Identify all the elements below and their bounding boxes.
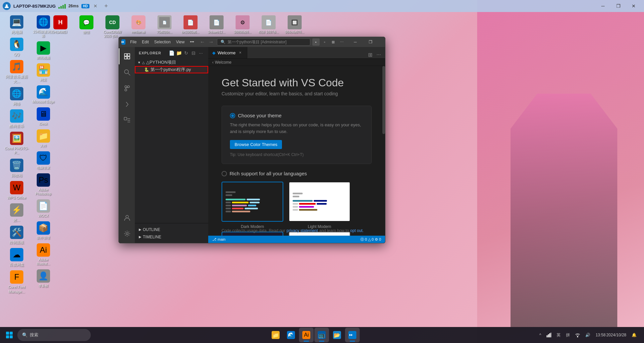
desktop-icon-thispc[interactable]: 💻 此电脑 <box>3 14 30 36</box>
desktop-icon-file1[interactable]: 📄 75d028c... <box>152 14 177 40</box>
activity-search[interactable] <box>119 64 135 80</box>
minimize-btn[interactable]: ─ <box>595 0 611 12</box>
desktop-icon-corelfonts[interactable]: F Corel Font Manage... <box>3 269 30 295</box>
desktop-icon-softmgr[interactable]: 📦 软件管理 <box>30 220 57 241</box>
layout-btn-3[interactable]: ⊞ <box>330 38 337 46</box>
menu-selection[interactable]: Selection <box>151 39 173 45</box>
desktop-icon-iqiyi[interactable]: ▶ 腾讯视频 <box>30 40 57 61</box>
status-git[interactable]: ⎇ main <box>211 237 227 242</box>
desktop-icon-ideskwork[interactable]: 🖥 iDesk <box>30 106 57 127</box>
desktop-icon-file5[interactable]: 📄 f018 1697di... <box>257 14 281 40</box>
browse-color-themes-btn[interactable]: Browse Color Themes <box>230 140 282 149</box>
desktop-icon-recycle[interactable]: 🗑️ 回收站 <box>3 157 30 179</box>
desktop-icon-photoshop[interactable]: Ps Adobe Photoshop <box>30 172 57 197</box>
taskbar-search[interactable]: 🔍 搜索 <box>17 329 91 341</box>
file-python-main[interactable]: 🐍 第一个python程序.py <box>135 66 208 73</box>
desktop-icon-file4[interactable]: ⚙ 38898a2fi... <box>231 14 255 40</box>
menu-view[interactable]: View <box>173 39 187 45</box>
desktop-icon-corelphoto[interactable]: 🖼️ Corel PHOTO-P... <box>3 130 30 156</box>
tray-clock[interactable]: 13:58 2024/10/28 <box>594 331 628 339</box>
activity-explorer[interactable] <box>119 48 135 64</box>
start-button[interactable] <box>3 328 16 342</box>
desktop-icon-store[interactable]: 🏪 网店 <box>30 62 57 83</box>
refresh-btn[interactable]: ↻ <box>183 50 190 56</box>
activity-debug[interactable] <box>119 96 135 112</box>
folder-python[interactable]: ▼ △ △PYTHON项目 <box>135 59 208 66</box>
desktop-icon-controlpanel[interactable]: 🛠️ 控制面板 <box>3 224 30 246</box>
layout-btn-1[interactable]: ▪ <box>312 38 320 46</box>
new-file-btn[interactable]: 📄 <box>168 50 175 56</box>
layout-btn-4[interactable]: ⋯ <box>338 38 346 46</box>
menu-edit[interactable]: Edit <box>139 39 151 45</box>
desktop-icon-kugou[interactable]: 🎶 酷狗音乐 <box>3 108 30 130</box>
tab-close-btn[interactable]: ✕ <box>92 3 99 9</box>
file1-icon: 📄 <box>157 15 172 29</box>
tray-signal[interactable] <box>545 331 553 339</box>
tray-lang2[interactable]: 拼 <box>564 331 572 339</box>
desktop-icon-file3[interactable]: 📄 3cbaeb12... <box>205 14 229 40</box>
collapse-btn[interactable]: ⊟ <box>190 50 197 56</box>
desktop-icon-person[interactable]: 👤 李新帧 <box>30 268 57 289</box>
privacy-link[interactable]: privacy statement <box>287 228 318 233</box>
tray-lang1[interactable]: 英 <box>555 331 563 339</box>
tray-wifi[interactable] <box>573 331 582 339</box>
desktop-icon-adobeillustrator[interactable]: Ai Adobe Illustrat... <box>30 242 57 267</box>
opt-out-link[interactable]: opt out. <box>350 228 364 233</box>
dark-modern-preview[interactable]: Dark Modern <box>222 182 283 229</box>
desktop-icon-network[interactable]: 🌐 网络 <box>3 86 30 107</box>
taskbar-teamviewer[interactable]: 📺 <box>314 328 329 342</box>
taskbar-file-explorer[interactable]: 📁 <box>268 328 283 342</box>
svg-point-7 <box>125 89 127 91</box>
desktop-icon-doc[interactable]: 📄 WOCX <box>30 198 57 219</box>
new-tab-btn[interactable]: + <box>103 3 109 9</box>
vscode-restore[interactable]: ❐ <box>363 37 378 47</box>
desktop-icon-effect[interactable]: ⚡ 效... <box>3 202 30 224</box>
restore-btn[interactable]: ❐ <box>611 0 626 12</box>
close-btn[interactable]: ✕ <box>626 0 641 12</box>
desktop-icon-largefiles[interactable]: 📁 大件 <box>30 128 57 149</box>
taskbar-files[interactable]: 📂 <box>330 328 344 342</box>
nav-fwd-btn[interactable]: → <box>208 38 215 46</box>
split-editor-btn[interactable]: ⊞ <box>366 51 374 58</box>
menu-more[interactable]: ••• <box>187 39 197 45</box>
activity-account[interactable] <box>119 210 135 226</box>
nav-back-btn[interactable]: ← <box>199 38 206 46</box>
desktop-icon-file6[interactable]: 🔲 984c4a97fi... <box>283 14 307 40</box>
tab-welcome[interactable]: ◆ Welcome × <box>208 47 247 58</box>
taskbar-vscode[interactable] <box>345 328 360 342</box>
taskbar-edge[interactable]: 🌊 <box>284 328 298 342</box>
tab-more-btn[interactable]: ··· <box>375 51 382 58</box>
taskbar-illustrator[interactable]: Ai <box>299 328 314 342</box>
light-modern-preview[interactable]: Light Modern <box>289 182 350 229</box>
status-errors[interactable]: ⓪ 0 △ 0 ⚙ 0 <box>359 237 382 242</box>
layout-btn-2[interactable]: ▫ <box>321 38 328 46</box>
vscode-close[interactable]: ✕ <box>378 37 385 47</box>
new-folder-btn[interactable]: 📁 <box>176 50 182 56</box>
desktop-icon-qq[interactable]: 🐧 QQ <box>3 36 30 58</box>
tray-volume[interactable]: 🔊 <box>583 331 592 339</box>
desktop-icon-msedge[interactable]: 🌊 Microsoft Edge <box>30 84 57 105</box>
vscode-minimize[interactable]: ─ <box>348 37 363 47</box>
desktop-icon-alimusic[interactable]: 🎵 阿里音乐桌面 大... <box>3 59 30 85</box>
svg-rect-14 <box>547 335 548 337</box>
tray-notifications[interactable]: 🔔 <box>630 331 639 339</box>
desktop-icon-coreldraw[interactable]: CD CorelDRAW 2020 (64-... <box>100 14 124 40</box>
desktop-icon-wps[interactable]: W WPS Office <box>3 180 30 201</box>
activity-extensions[interactable] <box>119 112 135 128</box>
desktop-icon-2345browser[interactable]: 🌐 2345加速浏览器 <box>30 14 57 39</box>
activity-git[interactable] <box>119 80 135 96</box>
menu-file[interactable]: File <box>127 39 139 45</box>
outline-panel[interactable]: ▶ OUTLINE <box>137 226 206 233</box>
tab-close-welcome[interactable]: × <box>238 50 243 55</box>
desktop-icon-baidudisk[interactable]: ☁ 百度网盘 <box>3 247 30 268</box>
scrollbar-thumb[interactable] <box>382 66 385 134</box>
desktop-icon-file2[interactable]: 📄 bc1960a6... <box>179 14 203 40</box>
tray-expand[interactable]: ^ <box>537 331 543 339</box>
desktop-icon-renlian[interactable]: 🎨 renlian.ai <box>126 14 150 40</box>
timeline-panel[interactable]: ▶ TIMELINE <box>137 233 206 241</box>
vscode-search-bar[interactable]: 🔍 第一个python项目 [Administrator] <box>217 38 310 46</box>
more-actions-btn[interactable]: ··· <box>198 50 204 56</box>
desktop-icon-pchousekeeper[interactable]: 🛡 电脑管家 <box>30 150 57 171</box>
activity-settings[interactable] <box>119 226 135 242</box>
desktop-icon-wechat[interactable]: 💬 微信 <box>74 14 98 40</box>
